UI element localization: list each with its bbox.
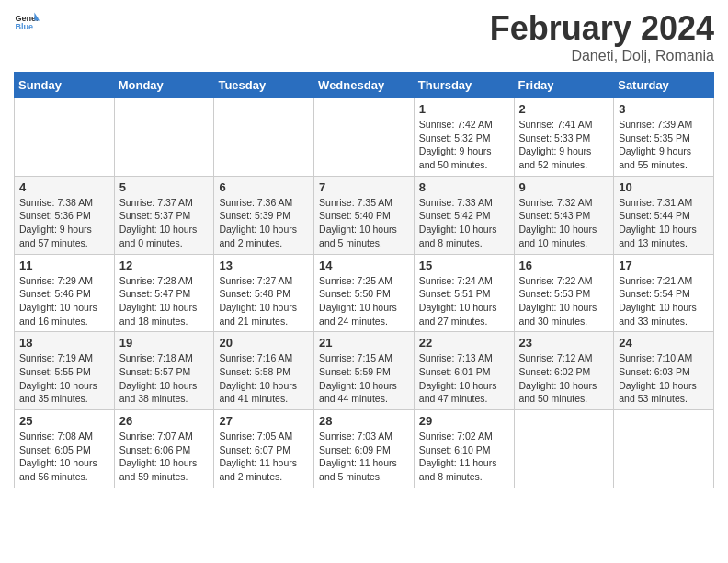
location-title: Daneti, Dolj, Romania — [490, 48, 714, 64]
day-info: Sunrise: 7:18 AM Sunset: 5:57 PM Dayligh… — [119, 351, 210, 406]
day-info: Sunrise: 7:03 AM Sunset: 6:09 PM Dayligh… — [319, 430, 409, 484]
calendar-cell: 17Sunrise: 7:21 AM Sunset: 5:54 PM Dayli… — [614, 254, 714, 332]
calendar-cell — [314, 98, 415, 177]
day-number: 11 — [19, 259, 109, 272]
calendar-cell: 2Sunrise: 7:41 AM Sunset: 5:33 PM Daylig… — [514, 98, 614, 177]
calendar-cell: 29Sunrise: 7:02 AM Sunset: 6:10 PM Dayli… — [414, 410, 514, 488]
calendar-cell: 15Sunrise: 7:24 AM Sunset: 5:51 PM Dayli… — [414, 254, 514, 332]
day-number: 9 — [519, 180, 609, 194]
day-number: 21 — [319, 336, 409, 350]
calendar-cell: 4Sunrise: 7:38 AM Sunset: 5:36 PM Daylig… — [15, 176, 115, 254]
month-title: February 2024 — [490, 9, 714, 48]
calendar-cell: 24Sunrise: 7:10 AM Sunset: 6:03 PM Dayli… — [614, 332, 714, 410]
day-number: 17 — [619, 259, 709, 272]
day-number: 25 — [19, 414, 109, 428]
day-number: 22 — [419, 336, 509, 350]
day-info: Sunrise: 7:12 AM Sunset: 6:02 PM Dayligh… — [519, 351, 609, 406]
day-info: Sunrise: 7:08 AM Sunset: 6:05 PM Dayligh… — [19, 430, 109, 484]
logo: General Blue — [14, 9, 40, 35]
calendar-cell: 6Sunrise: 7:36 AM Sunset: 5:39 PM Daylig… — [214, 176, 314, 254]
svg-text:Blue: Blue — [15, 22, 33, 31]
calendar-cell — [15, 98, 115, 177]
day-info: Sunrise: 7:02 AM Sunset: 6:10 PM Dayligh… — [419, 430, 509, 484]
weekday-header-monday: Monday — [114, 73, 214, 98]
calendar-cell: 9Sunrise: 7:32 AM Sunset: 5:43 PM Daylig… — [514, 176, 614, 254]
week-row-5: 25Sunrise: 7:08 AM Sunset: 6:05 PM Dayli… — [15, 410, 714, 488]
calendar-cell: 10Sunrise: 7:31 AM Sunset: 5:44 PM Dayli… — [614, 176, 714, 254]
week-row-4: 18Sunrise: 7:19 AM Sunset: 5:55 PM Dayli… — [15, 332, 714, 410]
calendar-cell: 19Sunrise: 7:18 AM Sunset: 5:57 PM Dayli… — [114, 332, 214, 410]
day-info: Sunrise: 7:16 AM Sunset: 5:58 PM Dayligh… — [219, 351, 309, 406]
weekday-header-tuesday: Tuesday — [214, 73, 314, 98]
calendar-cell: 21Sunrise: 7:15 AM Sunset: 5:59 PM Dayli… — [314, 332, 415, 410]
weekday-header-friday: Friday — [514, 73, 614, 98]
calendar-cell — [214, 98, 314, 177]
day-number: 26 — [119, 414, 210, 428]
day-number: 7 — [319, 180, 409, 194]
day-number: 27 — [219, 414, 309, 428]
week-row-1: 1Sunrise: 7:42 AM Sunset: 5:32 PM Daylig… — [15, 98, 714, 177]
day-number: 4 — [19, 180, 109, 194]
day-info: Sunrise: 7:37 AM Sunset: 5:37 PM Dayligh… — [119, 196, 210, 250]
day-info: Sunrise: 7:07 AM Sunset: 6:06 PM Dayligh… — [119, 430, 210, 484]
day-info: Sunrise: 7:21 AM Sunset: 5:54 PM Dayligh… — [619, 274, 709, 328]
logo-icon: General Blue — [14, 9, 40, 35]
day-info: Sunrise: 7:13 AM Sunset: 6:01 PM Dayligh… — [419, 351, 509, 406]
calendar-cell — [614, 410, 714, 488]
day-info: Sunrise: 7:05 AM Sunset: 6:07 PM Dayligh… — [219, 430, 309, 484]
day-number: 6 — [219, 180, 309, 194]
calendar-cell: 3Sunrise: 7:39 AM Sunset: 5:35 PM Daylig… — [614, 98, 714, 177]
day-number: 18 — [19, 336, 109, 350]
weekday-header-saturday: Saturday — [614, 73, 714, 98]
day-number: 3 — [619, 102, 709, 116]
day-number: 13 — [219, 259, 309, 272]
day-info: Sunrise: 7:35 AM Sunset: 5:40 PM Dayligh… — [319, 196, 409, 250]
calendar-cell — [114, 98, 214, 177]
calendar-cell: 5Sunrise: 7:37 AM Sunset: 5:37 PM Daylig… — [114, 176, 214, 254]
calendar-cell: 28Sunrise: 7:03 AM Sunset: 6:09 PM Dayli… — [314, 410, 415, 488]
calendar-cell: 20Sunrise: 7:16 AM Sunset: 5:58 PM Dayli… — [214, 332, 314, 410]
day-info: Sunrise: 7:38 AM Sunset: 5:36 PM Dayligh… — [19, 196, 109, 250]
day-info: Sunrise: 7:19 AM Sunset: 5:55 PM Dayligh… — [19, 351, 109, 406]
day-info: Sunrise: 7:10 AM Sunset: 6:03 PM Dayligh… — [619, 351, 709, 406]
day-number: 1 — [419, 102, 509, 116]
day-number: 24 — [619, 336, 709, 350]
calendar-cell: 16Sunrise: 7:22 AM Sunset: 5:53 PM Dayli… — [514, 254, 614, 332]
day-number: 23 — [519, 336, 609, 350]
weekday-header-sunday: Sunday — [15, 73, 115, 98]
weekday-header-wednesday: Wednesday — [314, 73, 415, 98]
calendar-cell: 22Sunrise: 7:13 AM Sunset: 6:01 PM Dayli… — [414, 332, 514, 410]
weekday-header-thursday: Thursday — [414, 73, 514, 98]
calendar-cell: 12Sunrise: 7:28 AM Sunset: 5:47 PM Dayli… — [114, 254, 214, 332]
day-info: Sunrise: 7:22 AM Sunset: 5:53 PM Dayligh… — [519, 274, 609, 328]
day-info: Sunrise: 7:39 AM Sunset: 5:35 PM Dayligh… — [619, 118, 709, 172]
day-number: 16 — [519, 259, 609, 272]
day-info: Sunrise: 7:31 AM Sunset: 5:44 PM Dayligh… — [619, 196, 709, 250]
week-row-3: 11Sunrise: 7:29 AM Sunset: 5:46 PM Dayli… — [15, 254, 714, 332]
day-number: 28 — [319, 414, 409, 428]
calendar-table: SundayMondayTuesdayWednesdayThursdayFrid… — [14, 72, 714, 488]
day-number: 15 — [419, 259, 509, 272]
calendar-cell: 1Sunrise: 7:42 AM Sunset: 5:32 PM Daylig… — [414, 98, 514, 177]
calendar-cell: 11Sunrise: 7:29 AM Sunset: 5:46 PM Dayli… — [15, 254, 115, 332]
day-number: 10 — [619, 180, 709, 194]
day-info: Sunrise: 7:41 AM Sunset: 5:33 PM Dayligh… — [519, 118, 609, 172]
week-row-2: 4Sunrise: 7:38 AM Sunset: 5:36 PM Daylig… — [15, 176, 714, 254]
day-info: Sunrise: 7:28 AM Sunset: 5:47 PM Dayligh… — [119, 274, 210, 328]
day-info: Sunrise: 7:29 AM Sunset: 5:46 PM Dayligh… — [19, 274, 109, 328]
calendar-cell: 27Sunrise: 7:05 AM Sunset: 6:07 PM Dayli… — [214, 410, 314, 488]
day-number: 2 — [519, 102, 609, 116]
calendar-cell — [514, 410, 614, 488]
day-info: Sunrise: 7:36 AM Sunset: 5:39 PM Dayligh… — [219, 196, 309, 250]
day-info: Sunrise: 7:27 AM Sunset: 5:48 PM Dayligh… — [219, 274, 309, 328]
calendar-cell: 26Sunrise: 7:07 AM Sunset: 6:06 PM Dayli… — [114, 410, 214, 488]
day-number: 19 — [119, 336, 210, 350]
day-info: Sunrise: 7:24 AM Sunset: 5:51 PM Dayligh… — [419, 274, 509, 328]
calendar-cell: 8Sunrise: 7:33 AM Sunset: 5:42 PM Daylig… — [414, 176, 514, 254]
calendar-cell: 18Sunrise: 7:19 AM Sunset: 5:55 PM Dayli… — [15, 332, 115, 410]
calendar-cell: 25Sunrise: 7:08 AM Sunset: 6:05 PM Dayli… — [15, 410, 115, 488]
day-info: Sunrise: 7:15 AM Sunset: 5:59 PM Dayligh… — [319, 351, 409, 406]
day-number: 12 — [119, 259, 210, 272]
calendar-cell: 7Sunrise: 7:35 AM Sunset: 5:40 PM Daylig… — [314, 176, 415, 254]
day-number: 29 — [419, 414, 509, 428]
